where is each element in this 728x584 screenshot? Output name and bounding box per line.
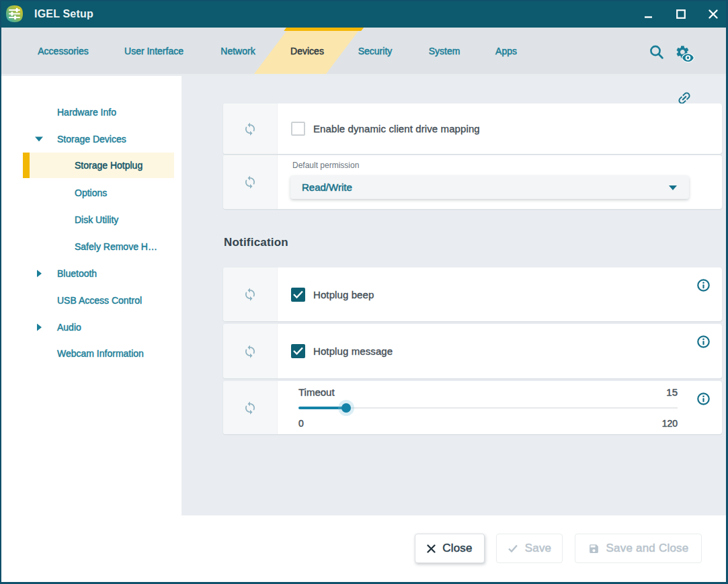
timeout-slider-fill (298, 407, 346, 409)
chevron-right-icon[interactable] (34, 315, 45, 340)
drive-mapping-checkbox[interactable] (291, 122, 305, 136)
close-window-button[interactable] (702, 0, 725, 28)
check-icon (292, 290, 304, 299)
timeout-slider-thumb[interactable] (341, 403, 351, 413)
tab-system[interactable]: System (429, 28, 460, 74)
close-icon (708, 9, 719, 19)
search-icon[interactable] (648, 44, 665, 61)
hotplug-beep-label: Hotplug beep (313, 289, 374, 300)
reset-parameter-cell[interactable] (223, 155, 278, 209)
igel-logo-icon (5, 5, 24, 23)
save-and-close-button[interactable]: Save and Close (575, 534, 702, 563)
hotplug-message-checkbox[interactable] (291, 344, 305, 358)
chevron-right-icon[interactable] (34, 261, 45, 286)
tab-devices[interactable]: Devices (290, 28, 324, 74)
drive-mapping-label: Enable dynamic client drive mapping (313, 123, 480, 134)
chevron-down-icon[interactable] (34, 126, 45, 152)
titlebar: IGEL Setup (0, 0, 728, 28)
maximize-button[interactable] (670, 0, 692, 28)
sidebar-item-bluetooth[interactable]: Bluetooth (1, 261, 181, 286)
param-row-timeout: Timeout 15 0 120 (223, 381, 722, 434)
sidebar-item-usb-access-control[interactable]: USB Access Control (1, 288, 181, 313)
check-icon (292, 346, 304, 356)
info-icon[interactable] (697, 392, 710, 405)
reset-parameter-cell[interactable] (223, 103, 278, 154)
reset-parameter-cell[interactable] (223, 324, 278, 378)
hotplug-message-label: Hotplug message (313, 345, 393, 357)
param-row-hotplug-beep: Hotplug beep (223, 267, 722, 321)
igel-setup-window: IGEL Setup Accessories User Interface Ne… (0, 0, 728, 584)
timeout-label: Timeout (298, 386, 335, 398)
param-row-default-permission: Default permission Read/Write (223, 155, 722, 209)
sidebar-item-options[interactable]: Options (1, 180, 181, 206)
sidebar-item-disk-utility[interactable]: Disk Utility (1, 207, 181, 233)
tabbar: Accessories User Interface Network Devic… (0, 28, 728, 74)
sidebar-item-webcam-information[interactable]: Webcam Information (1, 341, 181, 366)
sidebar-item-audio[interactable]: Audio (1, 315, 181, 340)
close-x-icon (427, 544, 436, 553)
tab-user-interface[interactable]: User Interface (124, 28, 184, 74)
tab-accessories[interactable]: Accessories (38, 28, 88, 74)
tab-network[interactable]: Network (220, 28, 255, 74)
tab-apps[interactable]: Apps (495, 28, 517, 74)
minimize-button[interactable] (637, 0, 660, 28)
sync-icon (243, 288, 257, 302)
minimize-icon (643, 9, 654, 19)
sidebar-item-storage-devices[interactable]: Storage Devices (1, 126, 181, 152)
info-icon[interactable] (697, 279, 710, 292)
section-title-notification: Notification (224, 236, 288, 249)
sidebar-item-safely-remove[interactable]: Safely Remove H… (1, 234, 181, 259)
reset-parameter-cell[interactable] (223, 267, 278, 321)
chevron-down-icon (669, 185, 677, 190)
modified-settings-icon[interactable] (674, 44, 694, 62)
timeout-value: 15 (666, 386, 678, 398)
save-icon (588, 543, 600, 554)
default-permission-label: Default permission (292, 161, 359, 170)
sync-icon (243, 122, 257, 136)
info-icon[interactable] (697, 335, 710, 348)
timeout-min: 0 (298, 418, 304, 429)
sync-icon (243, 344, 257, 358)
footer-bar: Close Save Save and Close (1, 515, 726, 582)
sidebar-item-hardware-info[interactable]: Hardware Info (1, 99, 181, 125)
tab-security[interactable]: Security (358, 28, 393, 74)
param-row-drive-mapping: Enable dynamic client drive mapping (223, 103, 722, 154)
check-icon (508, 544, 518, 553)
hotplug-beep-checkbox[interactable] (291, 288, 305, 302)
reset-parameter-cell[interactable] (223, 381, 278, 434)
sync-icon (243, 175, 257, 190)
sidebar-item-storage-hotplug[interactable]: Storage Hotplug (23, 153, 174, 178)
timeout-max: 120 (662, 418, 678, 429)
timeout-slider-track[interactable] (298, 407, 678, 409)
maximize-icon (676, 9, 686, 19)
sync-icon (243, 401, 257, 415)
default-permission-select[interactable]: Read/Write (290, 175, 689, 199)
save-button[interactable]: Save (496, 534, 563, 563)
sidebar-tree: Hardware Info Storage Devices Storage Ho… (1, 76, 181, 515)
close-button[interactable]: Close (415, 534, 485, 563)
select-value: Read/Write (302, 175, 352, 199)
window-title: IGEL Setup (34, 0, 93, 28)
param-row-hotplug-message: Hotplug message (223, 324, 722, 378)
